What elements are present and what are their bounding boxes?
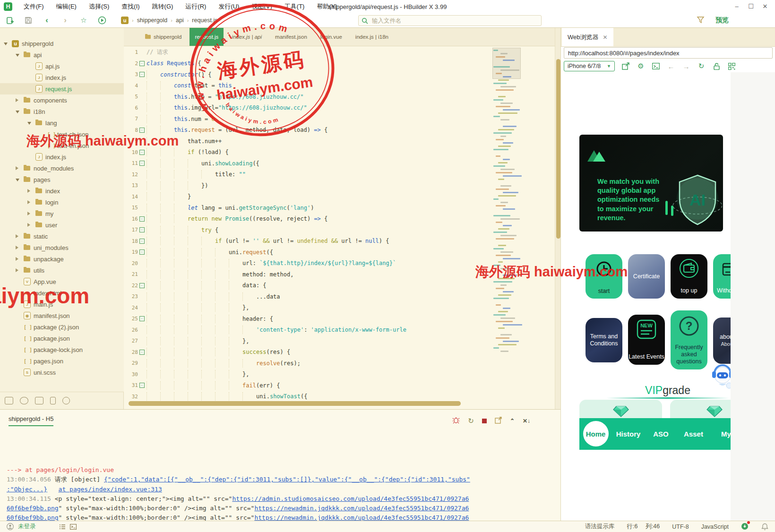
editor-tab-manifest-json[interactable]: manifest.json — [270, 28, 312, 46]
code-line-31[interactable]: 31-fail(err) { — [124, 380, 492, 391]
fold-toggle-icon[interactable]: - — [138, 350, 146, 355]
tree-item-lang[interactable]: lang — [0, 117, 124, 129]
editor-tab-login-vue[interactable]: login.vue — [315, 28, 347, 46]
maximize-button[interactable]: ☐ — [744, 0, 758, 12]
chevron-expanded-icon[interactable] — [27, 122, 31, 125]
console-link[interactable]: 60f6bef9bb.png — [7, 514, 59, 521]
run-button[interactable] — [98, 16, 106, 25]
breadcrumb-folder[interactable]: api — [176, 17, 184, 24]
tree-item-package-2-json[interactable]: [ ]package (2).json — [0, 321, 124, 333]
tile-start[interactable]: start — [586, 254, 622, 299]
minimap[interactable] — [492, 48, 520, 378]
fold-toggle-icon[interactable]: - — [138, 383, 146, 388]
tree-item-package-json[interactable]: [ ]package.json — [0, 333, 124, 344]
console-link[interactable]: at pages/index/index.vue:313 — [59, 486, 162, 493]
code-line-26[interactable]: 26'content-type': 'application/x-www-for… — [124, 325, 492, 336]
code-line-25[interactable]: 25-header: { — [124, 313, 492, 325]
tree-item-request-js[interactable]: Jrequest.js — [0, 83, 124, 94]
tree-item-uni-modules[interactable]: uni_modules — [0, 242, 124, 253]
code-line-8[interactable]: 8-this.request = (url, method, data, loa… — [124, 125, 492, 136]
syntax-lib-status[interactable]: 语法提示库 — [585, 523, 615, 531]
fold-toggle-icon[interactable]: - — [138, 72, 146, 77]
console-tab[interactable]: shippergold - H5 — [9, 415, 53, 426]
tree-item-pages-json[interactable]: [ ]pages.json — [0, 355, 124, 367]
tree-item-index-js[interactable]: Jindex.js — [0, 72, 124, 83]
login-status[interactable]: 未登录 — [18, 523, 36, 531]
browser-forward-icon[interactable]: → — [682, 62, 690, 70]
code-line-30[interactable]: 30}, — [124, 369, 492, 380]
menu-i[interactable]: 查找(I) — [116, 1, 145, 12]
code-line-3[interactable]: 3-constructor() { — [124, 69, 492, 80]
nav-my[interactable]: My — [710, 418, 731, 450]
unlock-icon[interactable] — [712, 62, 721, 70]
open-in-window-icon[interactable] — [495, 417, 502, 426]
nav-home[interactable]: Home — [579, 418, 612, 450]
chevron-expanded-icon[interactable] — [4, 43, 8, 45]
outline-list-icon[interactable] — [59, 524, 66, 530]
stop-icon[interactable] — [482, 419, 487, 423]
code-line-23[interactable]: 23...data — [124, 291, 492, 302]
code-line-1[interactable]: 1// 请求 — [124, 47, 492, 58]
update-icon[interactable] — [741, 522, 749, 532]
code-line-15[interactable]: 15let lang = uni.getStorageSync('lang') — [124, 202, 492, 214]
console-link[interactable]: 60f6bef9bb.png — [7, 505, 59, 512]
editor-tab-shippergold[interactable]: shippergold — [139, 28, 187, 46]
tree-item-text-en-json[interactable]: [ ]text-en.json — [0, 140, 124, 151]
code-line-7[interactable]: 7this.num = 0 — [124, 113, 492, 125]
chevron-collapsed-icon[interactable] — [16, 166, 18, 170]
tile-certificate[interactable]: Certificate — [628, 254, 665, 299]
code-line-16[interactable]: 16-return new Promise((resolve, reject) … — [124, 214, 492, 225]
file-search-box[interactable] — [358, 15, 542, 26]
tree-item-static[interactable]: static — [0, 231, 124, 242]
code-line-27[interactable]: 27}, — [124, 335, 492, 347]
debug-icon[interactable] — [452, 416, 460, 426]
tile-terms-and-conditions[interactable]: Terms and Conditions — [586, 318, 622, 362]
tree-item-my[interactable]: my — [0, 208, 124, 219]
chevron-collapsed-icon[interactable] — [27, 189, 30, 193]
menu-e[interactable]: 编辑(E) — [51, 1, 82, 12]
nav-aso[interactable]: ASO — [645, 418, 677, 450]
url-bar[interactable] — [564, 47, 773, 59]
chevron-collapsed-icon[interactable] — [16, 98, 18, 102]
tree-item-pages[interactable]: pages — [0, 174, 124, 185]
qr-code-icon[interactable] — [727, 62, 736, 70]
menu-f[interactable]: 文件(F) — [18, 1, 50, 12]
code-line-6[interactable]: 6this.img_url="https://608.jiuzhouw.cc/" — [124, 103, 492, 114]
rerun-icon[interactable]: ↻ — [468, 417, 474, 425]
code-line-29[interactable]: 29resolve(res); — [124, 358, 492, 369]
nav-history[interactable]: History — [612, 418, 645, 450]
menu-y[interactable]: 帮助(Y) — [311, 1, 343, 12]
fold-toggle-icon[interactable]: - — [138, 150, 146, 155]
tree-item-main-js[interactable]: Jmain.js — [0, 299, 124, 310]
code-line-2[interactable]: 2-class Requests { — [124, 58, 492, 69]
code-line-19[interactable]: 19-uni.request({ — [124, 247, 492, 258]
fold-toggle-icon[interactable]: - — [138, 216, 146, 222]
vertical-scrollbar[interactable] — [555, 28, 560, 409]
chevron-expanded-icon[interactable] — [16, 54, 19, 57]
minimize-button[interactable]: – — [730, 0, 744, 12]
code-line-20[interactable]: 20url: `${that.http}/index/${url}?lang=$… — [124, 258, 492, 269]
settings-gear-icon[interactable]: ⚙ — [637, 62, 645, 70]
tree-item-utils[interactable]: utils — [0, 265, 124, 276]
editor-tab-index-js-api[interactable]: index.js | api — [226, 28, 267, 46]
promo-banner[interactable]: We match you withquality global appoptim… — [579, 135, 723, 232]
chevron-collapsed-icon[interactable] — [16, 268, 18, 272]
chevron-collapsed-icon[interactable] — [27, 212, 30, 215]
refresh-icon[interactable]: ↻ — [697, 62, 706, 70]
fold-toggle-icon[interactable]: - — [138, 283, 146, 288]
tree-item-user[interactable]: user — [0, 219, 124, 231]
tile-latest-events[interactable]: NEWLatest Events — [628, 315, 665, 365]
fold-toggle-icon[interactable]: - — [138, 249, 146, 255]
chevron-collapsed-icon[interactable] — [16, 234, 18, 238]
code-line-22[interactable]: 22-data: { — [124, 280, 492, 292]
browser-back-icon[interactable]: ← — [667, 62, 675, 70]
save-button[interactable] — [24, 16, 33, 25]
code-line-4[interactable]: 4const that = this — [124, 80, 492, 92]
fold-toggle-icon[interactable]: - — [138, 61, 146, 66]
star-button[interactable]: ☆ — [79, 16, 88, 25]
fold-toggle-icon[interactable]: - — [138, 239, 146, 244]
console-window-icon[interactable] — [652, 62, 660, 70]
code-line-11[interactable]: 11-uni.showLoading({ — [124, 158, 492, 169]
bell-icon[interactable] — [761, 523, 768, 531]
chevron-collapsed-icon[interactable] — [16, 246, 18, 249]
